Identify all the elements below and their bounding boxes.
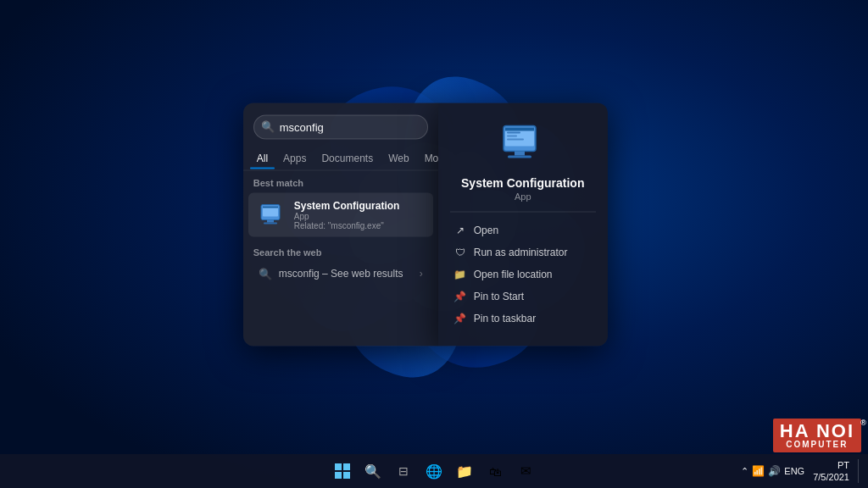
system-tray: ⌃ 📶 🔊 ENG (741, 465, 804, 477)
desktop: 🔍 All Apps Documents Web More ▾ ⛓ ··· Be… (0, 0, 868, 488)
svg-rect-12 (508, 155, 531, 158)
search-web-label: Search the web (243, 238, 438, 260)
search-input-wrap: 🔍 (243, 103, 438, 146)
tray-network-icon[interactable]: 📶 (752, 465, 765, 477)
best-match-label: Best match (243, 170, 438, 191)
svg-rect-7 (505, 127, 534, 130)
result-app-icon (259, 201, 286, 228)
svg-rect-2 (263, 206, 278, 208)
show-desktop-button[interactable] (858, 459, 861, 483)
svg-rect-3 (267, 219, 274, 222)
open-icon: ↗ (453, 223, 467, 236)
watermark-brand-bottom: COMPUTER (786, 441, 848, 449)
action-run-admin[interactable]: 🛡 Run as administrator (450, 241, 596, 263)
taskbar-store[interactable]: 🛍 (481, 458, 509, 485)
taskbar-clock[interactable]: PT 7/5/2021 (808, 458, 854, 485)
action-pin-start[interactable]: 📌 Pin to Start (450, 285, 596, 307)
taskbar-file-explorer[interactable]: 📁 (451, 458, 478, 485)
web-result-left: 🔍 msconfig – See web results (259, 267, 403, 280)
taskbar: 🔍 ⊟ 🌐 📁 🛍 ✉ ⌃ 📶 🔊 ENG PT 7/5/2021 (0, 454, 868, 488)
taskbar-task-view[interactable]: ⊟ (390, 458, 417, 485)
svg-rect-15 (335, 472, 342, 479)
detail-app-icon (499, 119, 547, 167)
svg-rect-4 (264, 222, 277, 224)
svg-rect-8 (507, 131, 520, 133)
watermark: HA NOI COMPUTER ® (773, 419, 861, 452)
pin-icon: 📌 (453, 289, 467, 302)
chevron-right-icon: › (420, 268, 423, 280)
search-bar-wrap: 🔍 (253, 114, 428, 139)
svg-rect-16 (343, 472, 350, 479)
taskbar-edge-browser[interactable]: 🌐 (420, 458, 448, 485)
taskbar-mail[interactable]: ✉ (512, 458, 539, 485)
svg-rect-14 (343, 463, 350, 470)
tab-more[interactable]: More ▾ (418, 147, 438, 168)
search-panel: 🔍 All Apps Documents Web More ▾ ⛓ ··· Be… (243, 103, 438, 346)
start-menu: 🔍 All Apps Documents Web More ▾ ⛓ ··· Be… (243, 103, 608, 346)
detail-divider (450, 211, 596, 212)
action-open[interactable]: ↗ Open (450, 219, 596, 241)
watermark-brand-top: HA NOI (780, 422, 854, 441)
svg-rect-11 (515, 151, 525, 155)
folder-icon: 📁 (453, 267, 467, 280)
taskbar-search-button[interactable]: 🔍 (359, 458, 387, 485)
taskbar-center: 🔍 ⊟ 🌐 📁 🛍 ✉ (329, 458, 539, 485)
action-pin-taskbar[interactable]: 📌 Pin to taskbar (450, 307, 596, 329)
taskbar-pin-icon: 📌 (453, 311, 467, 324)
svg-rect-10 (507, 138, 524, 140)
tab-all[interactable]: All (250, 147, 275, 168)
tab-apps[interactable]: Apps (276, 147, 313, 168)
watermark-box: HA NOI COMPUTER ® (773, 419, 861, 452)
action-open-location[interactable]: 📁 Open file location (450, 263, 596, 285)
tab-documents[interactable]: Documents (314, 147, 380, 168)
detail-app-title: System Configuration (461, 175, 584, 189)
svg-rect-9 (507, 135, 517, 136)
svg-rect-13 (335, 463, 342, 470)
taskbar-right: ⌃ 📶 🔊 ENG PT 7/5/2021 (741, 458, 861, 485)
search-tabs: All Apps Documents Web More ▾ ⛓ ··· (243, 146, 438, 170)
best-match-item[interactable]: System Configuration App Related: "mscon… (248, 192, 433, 236)
watermark-registered: ® (860, 419, 866, 427)
search-input[interactable] (253, 114, 428, 139)
taskbar-start-button[interactable] (329, 458, 356, 485)
detail-panel: System Configuration App ↗ Open 🛡 Run as… (438, 103, 608, 346)
web-search-icon: 🔍 (259, 267, 272, 280)
tray-chevron[interactable]: ⌃ (741, 466, 748, 477)
result-text: System Configuration App Related: "mscon… (294, 199, 400, 230)
tab-web[interactable]: Web (381, 147, 415, 168)
web-result-item[interactable]: 🔍 msconfig – See web results › (248, 262, 433, 285)
tray-lang[interactable]: ENG (784, 466, 804, 476)
admin-icon: 🛡 (453, 245, 467, 258)
detail-app-subtitle: App (515, 191, 531, 201)
tray-volume-icon[interactable]: 🔊 (768, 465, 781, 477)
